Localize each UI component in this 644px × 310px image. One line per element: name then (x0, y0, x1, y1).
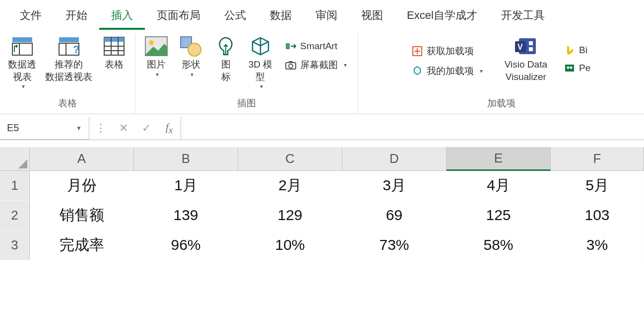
bing-button[interactable]: Bi (560, 43, 594, 58)
smartart-icon (285, 41, 296, 52)
cube-icon (248, 35, 273, 58)
cell[interactable]: 58% (447, 231, 551, 260)
name-box-value: E5 (7, 122, 19, 134)
column-header[interactable]: A (30, 147, 134, 171)
icons-button[interactable]: 图 标 (210, 34, 242, 84)
shapes-label: 形状 (182, 59, 200, 71)
table-row: 1月份1月2月3月4月5月 (0, 171, 644, 201)
svg-point-14 (149, 40, 154, 45)
formula-input[interactable] (181, 117, 644, 140)
my-addins-button[interactable]: 我的加载项 (408, 63, 487, 79)
column-header[interactable]: D (342, 147, 447, 171)
table-row: 2销售额13912969125103 (0, 201, 644, 231)
smartart-label: SmartArt (300, 41, 337, 52)
ribbon-group-tables: 数据透 视表 ? 推荐的 数据透视表 表格 表格 (0, 34, 135, 114)
cancel-button[interactable]: ✕ (112, 117, 135, 140)
ribbon-group-illustrations: 图片 形状 图 标 3D 模 型 (135, 34, 358, 114)
get-addins-icon (412, 46, 423, 57)
cell[interactable]: 3月 (342, 171, 447, 201)
icons-icon (213, 35, 239, 58)
bing-label: Bi (579, 45, 587, 56)
name-box-dropdown-icon: ▼ (76, 125, 82, 132)
pivot-table-button[interactable]: 数据透 视表 (5, 34, 39, 92)
svg-rect-28 (529, 47, 533, 51)
people-label: Pe (579, 63, 590, 74)
get-addins-button[interactable]: 获取加载项 (408, 43, 487, 60)
fx-button[interactable]: fx (158, 117, 181, 140)
column-header[interactable]: F (551, 147, 644, 171)
tab-file[interactable]: 文件 (8, 4, 54, 30)
cell[interactable]: 103 (551, 201, 644, 231)
pivot-table-icon (9, 35, 35, 58)
row-header[interactable]: 3 (0, 231, 30, 260)
cell[interactable]: 139 (134, 201, 238, 231)
screenshot-button[interactable]: 屏幕截图 (281, 57, 351, 74)
cell[interactable]: 96% (134, 231, 238, 260)
tab-review[interactable]: 审阅 (304, 4, 349, 30)
cell[interactable]: 4月 (447, 171, 551, 201)
ribbon-group-addins: 获取加载项 我的加载项 V Visio Data Visualizer (358, 34, 644, 114)
smartart-button[interactable]: SmartArt (281, 39, 351, 54)
svg-rect-27 (529, 41, 533, 45)
svg-text:V: V (517, 43, 523, 51)
table-label: 表格 (105, 59, 124, 71)
cell[interactable]: 125 (447, 201, 551, 231)
enter-button[interactable]: ✓ (135, 117, 158, 140)
table-row: 3完成率96%10%73%58%3% (0, 231, 644, 260)
tab-data[interactable]: 数据 (258, 4, 304, 30)
tab-home[interactable]: 开始 (54, 4, 99, 30)
shapes-icon (178, 35, 204, 58)
svg-rect-29 (565, 65, 574, 72)
3dmodel-button[interactable]: 3D 模 型 (245, 34, 276, 92)
group-label-tables: 表格 (58, 94, 77, 114)
svg-point-16 (188, 43, 201, 56)
picture-button[interactable]: 图片 (140, 34, 172, 79)
cell[interactable]: 129 (238, 201, 342, 231)
cell[interactable]: 销售额 (30, 201, 134, 231)
column-header[interactable]: B (134, 147, 238, 171)
get-addins-label: 获取加载项 (427, 45, 474, 58)
svg-rect-0 (12, 37, 32, 42)
tab-dev[interactable]: 开发工具 (489, 4, 557, 30)
recommend-pivot-button[interactable]: ? 推荐的 数据透视表 (42, 34, 95, 84)
svg-rect-1 (12, 43, 32, 55)
row-header[interactable]: 1 (0, 171, 30, 201)
menu-tabs: 文件 开始 插入 页面布局 公式 数据 审阅 视图 Excel自学成才 开发工具 (0, 0, 644, 30)
cell[interactable]: 1月 (134, 171, 238, 201)
cell[interactable]: 月份 (30, 171, 134, 201)
ribbon: 数据透 视表 ? 推荐的 数据透视表 表格 表格 (0, 30, 644, 114)
select-all-corner[interactable] (0, 147, 30, 171)
pivot-label: 数据透 视表 (8, 59, 36, 83)
row-header[interactable]: 2 (0, 201, 30, 231)
cell[interactable]: 69 (342, 201, 447, 231)
table-icon (101, 35, 127, 58)
svg-text:?: ? (73, 43, 79, 56)
tab-formulas[interactable]: 公式 (212, 4, 258, 30)
column-header[interactable]: E (447, 147, 551, 171)
tab-custom[interactable]: Excel自学成才 (395, 4, 489, 30)
table-button[interactable]: 表格 (98, 34, 130, 72)
cell[interactable]: 完成率 (30, 231, 134, 260)
visio-button[interactable]: V Visio Data Visualizer (502, 34, 550, 84)
name-box[interactable]: E5 ▼ (0, 117, 89, 140)
cell[interactable]: 2月 (238, 171, 342, 201)
recommend-pivot-icon: ? (56, 35, 82, 58)
cell[interactable]: 10% (238, 231, 342, 260)
people-button[interactable]: Pe (560, 61, 594, 76)
cell[interactable]: 5月 (551, 171, 644, 201)
visio-icon: V (513, 35, 539, 58)
camera-icon (285, 60, 296, 71)
bing-icon (564, 45, 575, 56)
formula-dots[interactable]: ⋮ (89, 117, 112, 140)
shapes-button[interactable]: 形状 (175, 34, 207, 79)
tab-insert[interactable]: 插入 (99, 4, 145, 30)
column-header[interactable]: C (238, 147, 342, 171)
svg-rect-17 (286, 43, 290, 49)
tab-view[interactable]: 视图 (349, 4, 395, 30)
cell[interactable]: 73% (342, 231, 447, 260)
my-addins-icon (412, 66, 423, 77)
3dmodel-label: 3D 模 型 (249, 59, 273, 83)
tab-layout[interactable]: 页面布局 (145, 4, 212, 30)
cell[interactable]: 3% (551, 231, 644, 260)
people-icon (564, 63, 575, 74)
